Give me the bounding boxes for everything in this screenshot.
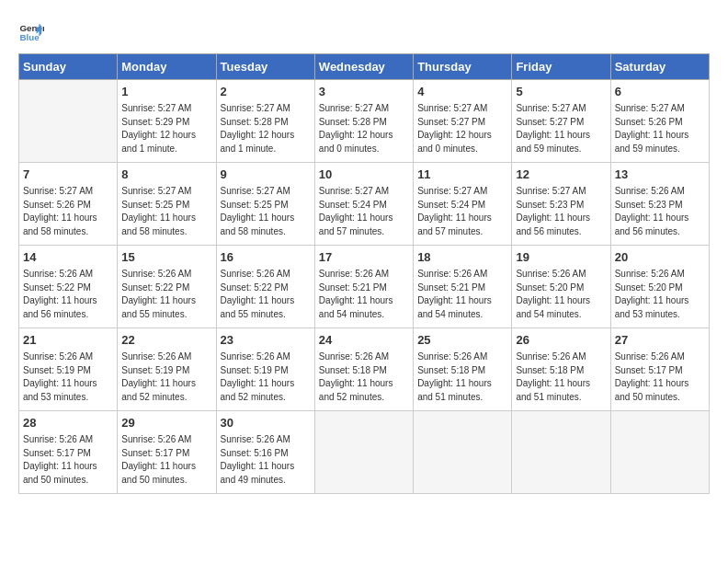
day-number: 9 bbox=[221, 167, 311, 183]
week-row-4: 21Sunrise: 5:26 AM Sunset: 5:19 PM Dayli… bbox=[19, 328, 710, 411]
day-info: Sunrise: 5:26 AM Sunset: 5:22 PM Dayligh… bbox=[23, 268, 113, 321]
header-tuesday: Tuesday bbox=[216, 54, 314, 80]
day-number: 14 bbox=[23, 249, 113, 266]
calendar-cell: 4Sunrise: 5:27 AM Sunset: 5:27 PM Daylig… bbox=[414, 80, 512, 163]
day-info: Sunrise: 5:27 AM Sunset: 5:25 PM Dayligh… bbox=[221, 185, 311, 238]
day-info: Sunrise: 5:26 AM Sunset: 5:21 PM Dayligh… bbox=[417, 268, 507, 321]
calendar-cell: 5Sunrise: 5:27 AM Sunset: 5:27 PM Daylig… bbox=[512, 80, 610, 163]
header-saturday: Saturday bbox=[610, 54, 709, 80]
calendar-cell bbox=[610, 411, 709, 494]
day-info: Sunrise: 5:26 AM Sunset: 5:20 PM Dayligh… bbox=[615, 268, 705, 321]
day-info: Sunrise: 5:26 AM Sunset: 5:17 PM Dayligh… bbox=[121, 433, 211, 487]
calendar-cell: 1Sunrise: 5:27 AM Sunset: 5:29 PM Daylig… bbox=[118, 80, 216, 163]
day-number: 2 bbox=[221, 84, 311, 100]
calendar-cell: 27Sunrise: 5:26 AM Sunset: 5:17 PM Dayli… bbox=[610, 328, 709, 411]
day-number: 7 bbox=[23, 167, 113, 183]
day-number: 18 bbox=[417, 249, 507, 266]
calendar-cell: 7Sunrise: 5:27 AM Sunset: 5:26 PM Daylig… bbox=[19, 163, 118, 246]
day-number: 15 bbox=[121, 249, 211, 266]
calendar-cell: 11Sunrise: 5:27 AM Sunset: 5:24 PM Dayli… bbox=[414, 163, 512, 246]
calendar-cell: 12Sunrise: 5:27 AM Sunset: 5:23 PM Dayli… bbox=[512, 163, 610, 246]
calendar-cell: 3Sunrise: 5:27 AM Sunset: 5:28 PM Daylig… bbox=[314, 80, 413, 163]
day-number: 4 bbox=[417, 84, 507, 100]
header-thursday: Thursday bbox=[414, 54, 512, 80]
day-info: Sunrise: 5:27 AM Sunset: 5:27 PM Dayligh… bbox=[417, 102, 507, 155]
calendar-cell bbox=[19, 80, 118, 163]
week-row-1: 1Sunrise: 5:27 AM Sunset: 5:29 PM Daylig… bbox=[19, 80, 710, 163]
day-number: 1 bbox=[121, 84, 211, 100]
calendar-cell: 6Sunrise: 5:27 AM Sunset: 5:26 PM Daylig… bbox=[610, 80, 709, 163]
week-row-5: 28Sunrise: 5:26 AM Sunset: 5:17 PM Dayli… bbox=[19, 411, 710, 494]
day-info: Sunrise: 5:27 AM Sunset: 5:24 PM Dayligh… bbox=[319, 185, 409, 238]
calendar-cell: 21Sunrise: 5:26 AM Sunset: 5:19 PM Dayli… bbox=[19, 328, 118, 411]
day-number: 27 bbox=[615, 332, 705, 349]
week-row-3: 14Sunrise: 5:26 AM Sunset: 5:22 PM Dayli… bbox=[19, 246, 710, 328]
header-wednesday: Wednesday bbox=[314, 54, 413, 80]
calendar-cell: 22Sunrise: 5:26 AM Sunset: 5:19 PM Dayli… bbox=[118, 328, 216, 411]
calendar-cell: 29Sunrise: 5:26 AM Sunset: 5:17 PM Dayli… bbox=[118, 411, 216, 494]
calendar-cell: 19Sunrise: 5:26 AM Sunset: 5:20 PM Dayli… bbox=[512, 246, 610, 328]
day-number: 26 bbox=[516, 332, 606, 349]
day-info: Sunrise: 5:27 AM Sunset: 5:23 PM Dayligh… bbox=[516, 185, 606, 238]
header-monday: Monday bbox=[118, 54, 216, 80]
day-info: Sunrise: 5:27 AM Sunset: 5:27 PM Dayligh… bbox=[516, 102, 606, 155]
calendar-cell: 16Sunrise: 5:26 AM Sunset: 5:22 PM Dayli… bbox=[216, 246, 314, 328]
logo-icon: General Blue bbox=[18, 18, 44, 44]
day-info: Sunrise: 5:26 AM Sunset: 5:22 PM Dayligh… bbox=[221, 268, 311, 321]
day-info: Sunrise: 5:26 AM Sunset: 5:18 PM Dayligh… bbox=[319, 350, 409, 404]
calendar-table: SundayMondayTuesdayWednesdayThursdayFrid… bbox=[18, 53, 710, 494]
day-info: Sunrise: 5:26 AM Sunset: 5:16 PM Dayligh… bbox=[221, 433, 311, 487]
week-row-2: 7Sunrise: 5:27 AM Sunset: 5:26 PM Daylig… bbox=[19, 163, 710, 246]
day-number: 21 bbox=[23, 332, 113, 349]
calendar-cell bbox=[512, 411, 610, 494]
day-info: Sunrise: 5:26 AM Sunset: 5:23 PM Dayligh… bbox=[615, 185, 705, 238]
day-info: Sunrise: 5:27 AM Sunset: 5:28 PM Dayligh… bbox=[221, 102, 311, 155]
day-number: 17 bbox=[319, 249, 409, 266]
day-number: 8 bbox=[121, 167, 211, 183]
day-info: Sunrise: 5:26 AM Sunset: 5:19 PM Dayligh… bbox=[23, 350, 113, 404]
calendar-cell: 14Sunrise: 5:26 AM Sunset: 5:22 PM Dayli… bbox=[19, 246, 118, 328]
calendar-cell: 15Sunrise: 5:26 AM Sunset: 5:22 PM Dayli… bbox=[118, 246, 216, 328]
day-info: Sunrise: 5:27 AM Sunset: 5:26 PM Dayligh… bbox=[615, 102, 705, 155]
day-info: Sunrise: 5:26 AM Sunset: 5:18 PM Dayligh… bbox=[516, 350, 606, 404]
calendar-cell: 17Sunrise: 5:26 AM Sunset: 5:21 PM Dayli… bbox=[314, 246, 413, 328]
calendar-cell: 8Sunrise: 5:27 AM Sunset: 5:25 PM Daylig… bbox=[118, 163, 216, 246]
header-friday: Friday bbox=[512, 54, 610, 80]
calendar-cell: 13Sunrise: 5:26 AM Sunset: 5:23 PM Dayli… bbox=[610, 163, 709, 246]
calendar-cell bbox=[314, 411, 413, 494]
calendar-cell: 2Sunrise: 5:27 AM Sunset: 5:28 PM Daylig… bbox=[216, 80, 314, 163]
day-info: Sunrise: 5:26 AM Sunset: 5:19 PM Dayligh… bbox=[221, 350, 311, 404]
day-number: 3 bbox=[319, 84, 409, 100]
day-info: Sunrise: 5:26 AM Sunset: 5:17 PM Dayligh… bbox=[615, 350, 705, 404]
day-number: 13 bbox=[615, 167, 705, 183]
day-info: Sunrise: 5:26 AM Sunset: 5:20 PM Dayligh… bbox=[516, 268, 606, 321]
calendar-cell: 20Sunrise: 5:26 AM Sunset: 5:20 PM Dayli… bbox=[610, 246, 709, 328]
day-number: 20 bbox=[615, 249, 705, 266]
day-info: Sunrise: 5:26 AM Sunset: 5:18 PM Dayligh… bbox=[417, 350, 507, 404]
day-number: 23 bbox=[221, 332, 311, 349]
day-info: Sunrise: 5:26 AM Sunset: 5:19 PM Dayligh… bbox=[121, 350, 211, 404]
day-number: 25 bbox=[417, 332, 507, 349]
calendar-cell: 9Sunrise: 5:27 AM Sunset: 5:25 PM Daylig… bbox=[216, 163, 314, 246]
day-number: 11 bbox=[417, 167, 507, 183]
calendar-cell: 26Sunrise: 5:26 AM Sunset: 5:18 PM Dayli… bbox=[512, 328, 610, 411]
calendar-cell: 28Sunrise: 5:26 AM Sunset: 5:17 PM Dayli… bbox=[19, 411, 118, 494]
calendar-cell: 30Sunrise: 5:26 AM Sunset: 5:16 PM Dayli… bbox=[216, 411, 314, 494]
day-number: 6 bbox=[615, 84, 705, 100]
header-sunday: Sunday bbox=[19, 54, 118, 80]
day-info: Sunrise: 5:26 AM Sunset: 5:21 PM Dayligh… bbox=[319, 268, 409, 321]
day-info: Sunrise: 5:27 AM Sunset: 5:29 PM Dayligh… bbox=[121, 102, 211, 155]
day-number: 22 bbox=[121, 332, 211, 349]
day-number: 24 bbox=[319, 332, 409, 349]
day-number: 12 bbox=[516, 167, 606, 183]
calendar-header-row: SundayMondayTuesdayWednesdayThursdayFrid… bbox=[19, 54, 710, 80]
day-number: 5 bbox=[516, 84, 606, 100]
calendar-cell: 18Sunrise: 5:26 AM Sunset: 5:21 PM Dayli… bbox=[414, 246, 512, 328]
day-number: 19 bbox=[516, 249, 606, 266]
day-number: 10 bbox=[319, 167, 409, 183]
page-header: General Blue bbox=[18, 18, 710, 44]
day-info: Sunrise: 5:26 AM Sunset: 5:17 PM Dayligh… bbox=[23, 433, 113, 487]
day-info: Sunrise: 5:27 AM Sunset: 5:28 PM Dayligh… bbox=[319, 102, 409, 155]
day-number: 29 bbox=[121, 415, 211, 431]
calendar-cell: 10Sunrise: 5:27 AM Sunset: 5:24 PM Dayli… bbox=[314, 163, 413, 246]
